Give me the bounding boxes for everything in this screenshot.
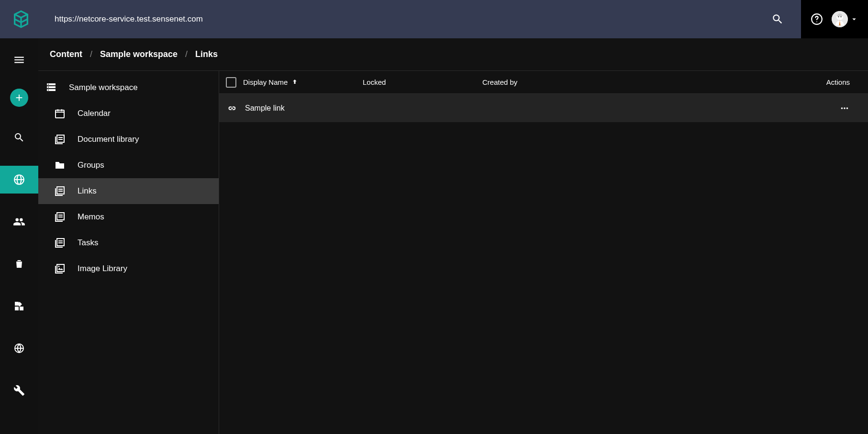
svg-point-4 bbox=[838, 16, 839, 17]
tree-item-links[interactable]: Links bbox=[38, 178, 219, 204]
tree-item-label: Image Library bbox=[78, 264, 127, 274]
chevron-down-icon bbox=[850, 15, 858, 23]
svg-rect-10 bbox=[56, 110, 64, 118]
rail-localization[interactable] bbox=[0, 334, 38, 362]
breadcrumb-item-workspace[interactable]: Sample workspace bbox=[100, 49, 178, 59]
svg-rect-11 bbox=[57, 135, 64, 142]
sort-arrow-up-icon bbox=[290, 78, 299, 87]
svg-rect-12 bbox=[57, 187, 64, 194]
rail-search[interactable] bbox=[0, 124, 38, 151]
select-all-checkbox[interactable] bbox=[226, 77, 236, 88]
image-library-icon bbox=[54, 263, 66, 275]
link-icon bbox=[226, 102, 238, 114]
menu-toggle[interactable] bbox=[0, 48, 38, 72]
rail-users[interactable] bbox=[0, 208, 38, 236]
svg-rect-14 bbox=[57, 239, 64, 246]
tree-item-document-library[interactable]: Document library bbox=[38, 126, 219, 152]
tree-item-label: Groups bbox=[78, 160, 104, 170]
breadcrumb-separator: / bbox=[185, 49, 188, 59]
tree-item-label: Tasks bbox=[78, 238, 98, 248]
svg-point-16 bbox=[58, 266, 60, 267]
help-button[interactable] bbox=[811, 13, 823, 25]
breadcrumb: Content / Sample workspace / Links bbox=[38, 38, 868, 71]
left-rail bbox=[0, 38, 38, 434]
tree-item-tasks[interactable]: Tasks bbox=[38, 230, 219, 256]
top-header: https://netcore-service.test.sensenet.co… bbox=[0, 0, 868, 38]
content-table: Display Name Locked Created by Actions S… bbox=[219, 71, 868, 434]
breadcrumb-item-content[interactable]: Content bbox=[50, 49, 82, 59]
library-icon bbox=[54, 211, 66, 223]
svg-point-5 bbox=[840, 16, 841, 17]
svg-rect-15 bbox=[57, 264, 64, 272]
library-icon bbox=[54, 185, 66, 197]
rail-settings[interactable] bbox=[0, 377, 38, 404]
svg-point-19 bbox=[846, 107, 848, 109]
svg-rect-13 bbox=[57, 213, 64, 220]
tree-item-label: Links bbox=[78, 186, 97, 196]
library-icon bbox=[54, 133, 66, 146]
calendar-icon bbox=[54, 107, 66, 120]
row-display-name: Sample link bbox=[245, 104, 365, 113]
app-logo[interactable] bbox=[11, 10, 31, 29]
user-menu[interactable] bbox=[832, 11, 858, 27]
column-display-name[interactable]: Display Name bbox=[243, 78, 363, 87]
rail-trash[interactable] bbox=[0, 250, 38, 278]
tree-item-memos[interactable]: Memos bbox=[38, 204, 219, 230]
top-header-right bbox=[801, 0, 868, 38]
breadcrumb-item-links[interactable]: Links bbox=[195, 49, 218, 59]
header-search-button[interactable] bbox=[766, 7, 790, 31]
top-header-left: https://netcore-service.test.sensenet.co… bbox=[0, 0, 801, 38]
tree-item-calendar[interactable]: Calendar bbox=[38, 101, 219, 126]
more-horizontal-icon bbox=[839, 103, 850, 114]
svg-point-7 bbox=[48, 84, 49, 85]
tree-root-label: Sample workspace bbox=[69, 83, 138, 92]
table-header: Display Name Locked Created by Actions bbox=[219, 71, 868, 94]
folder-icon bbox=[54, 159, 66, 171]
tree-item-label: Memos bbox=[78, 212, 104, 222]
workspace-icon bbox=[45, 81, 57, 94]
plus-icon bbox=[10, 89, 28, 107]
column-label: Display Name bbox=[243, 78, 288, 86]
svg-point-8 bbox=[48, 87, 49, 88]
svg-point-18 bbox=[844, 107, 846, 109]
column-actions: Actions bbox=[804, 78, 861, 86]
svg-point-1 bbox=[816, 22, 817, 23]
tree-item-label: Document library bbox=[78, 135, 139, 144]
row-actions-button[interactable] bbox=[804, 103, 861, 114]
content-area: Content / Sample workspace / Links Sampl… bbox=[38, 38, 868, 434]
tree-panel: Sample workspace Calendar Document libra… bbox=[38, 71, 219, 434]
tree-root[interactable]: Sample workspace bbox=[38, 75, 219, 101]
library-icon bbox=[54, 237, 66, 249]
column-locked[interactable]: Locked bbox=[363, 78, 482, 86]
breadcrumb-separator: / bbox=[90, 49, 92, 59]
avatar-icon bbox=[832, 11, 848, 27]
table-row[interactable]: Sample link bbox=[219, 94, 868, 123]
rail-widgets[interactable] bbox=[0, 292, 38, 320]
column-created-by[interactable]: Created by bbox=[482, 78, 804, 86]
repository-url[interactable]: https://netcore-service.test.sensenet.co… bbox=[55, 14, 203, 24]
svg-point-17 bbox=[841, 107, 843, 109]
svg-point-9 bbox=[48, 90, 49, 91]
add-button[interactable] bbox=[0, 86, 38, 109]
tree-item-label: Calendar bbox=[78, 109, 111, 118]
tree-item-groups[interactable]: Groups bbox=[38, 152, 219, 178]
app-body: Content / Sample workspace / Links Sampl… bbox=[0, 38, 868, 434]
tree-item-image-library[interactable]: Image Library bbox=[38, 256, 219, 282]
lower-split: Sample workspace Calendar Document libra… bbox=[38, 71, 868, 434]
rail-content[interactable] bbox=[0, 166, 38, 194]
